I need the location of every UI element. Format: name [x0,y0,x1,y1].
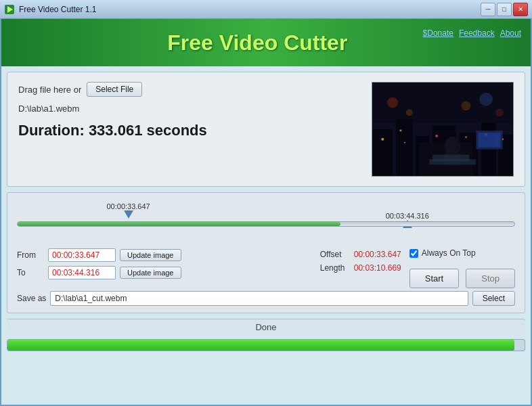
length-row: Length 00:03:10.669 [320,263,401,273]
svg-point-11 [381,138,384,141]
maximize-button[interactable]: □ [497,3,512,16]
always-on-top-row: Always On Top [409,248,515,258]
svg-point-16 [465,136,467,138]
drag-row: Drag file here or Select File [18,82,361,97]
start-button[interactable]: Start [409,269,459,288]
from-row: From Update image [17,248,312,262]
to-update-button[interactable]: Update image [120,267,181,279]
stop-button[interactable]: Stop [466,269,515,288]
header: Free Video Cutter $Donate Feedback About [1,19,531,66]
main-window: Free Video Cutter $Donate Feedback About… [0,19,532,406]
timeline-track[interactable] [17,221,515,227]
to-row: To Update image [17,266,312,279]
title-bar-text: Free Video Cutter 1.1 [19,5,481,14]
offset-col: Offset 00:00:33.647 Length 00:03:10.669 [320,248,401,288]
drag-label: Drag file here or [18,85,81,95]
always-on-top-label: Always On Top [422,248,476,258]
to-input[interactable] [48,266,116,279]
about-link[interactable]: About [500,28,521,38]
app-icon [4,4,15,15]
bottom-inner: 00:00:33.647 00:03:44.316 [17,200,515,306]
controls-row: From Update image To Update image Offset… [17,248,515,288]
length-value: 00:03:10.669 [354,263,401,273]
from-to-col: From Update image To Update image [17,248,312,288]
save-row: Save as Select [17,291,515,306]
svg-rect-4 [373,129,393,176]
minimize-button[interactable]: ─ [481,3,495,16]
svg-rect-23 [433,154,469,161]
progress-bar-fill [7,340,514,351]
top-section: Drag file here or Select File D:\lab\a1.… [7,72,525,187]
app-title: Free Video Cutter [92,30,423,55]
save-select-button[interactable]: Select [472,291,515,306]
close-button[interactable]: ✕ [513,3,528,16]
top-left: Drag file here or Select File D:\lab\a1.… [18,82,361,177]
start-marker[interactable]: 00:00:33.647 [106,202,150,219]
start-marker-label: 00:00:33.647 [106,202,150,210]
from-update-button[interactable]: Update image [120,249,181,261]
status-text: Done [255,322,276,332]
bottom-section: 00:00:33.647 00:03:44.316 [7,192,525,313]
title-bar-controls: ─ □ ✕ [481,3,528,16]
always-on-top-checkbox[interactable] [409,249,418,258]
svg-point-30 [462,102,471,111]
from-input[interactable] [48,248,116,262]
duration-text: Duration: 333.061 seconds [18,122,361,139]
svg-point-14 [435,135,438,137]
svg-point-28 [479,93,493,106]
end-marker-label: 00:03:44.316 [386,212,429,220]
offset-label: Offset [320,250,347,259]
svg-point-13 [404,142,405,143]
to-label: To [17,268,44,277]
timeline-wrapper: 00:00:33.647 00:03:44.316 [17,200,515,246]
progress-bar-container [7,339,525,351]
length-label: Length [320,263,347,273]
from-label: From [17,250,44,260]
offset-value: 00:00:33.647 [354,250,401,259]
save-label: Save as [17,294,46,303]
svg-point-27 [406,109,413,116]
svg-point-26 [387,97,398,108]
save-input[interactable] [50,291,468,306]
svg-rect-5 [396,119,413,176]
offset-row: Offset 00:00:33.647 [320,250,401,259]
file-path: D:\lab\a1.webm [18,104,361,114]
feedback-link[interactable]: Feedback [459,28,495,38]
start-marker-triangle [124,210,133,219]
svg-point-29 [495,108,504,116]
action-buttons: Start Stop [409,269,515,288]
video-thumbnail [372,82,514,177]
select-file-button[interactable]: Select File [87,82,142,97]
svg-rect-25 [478,133,501,148]
timeline-filled [18,222,340,226]
status-bar: Done [7,319,525,335]
donate-link[interactable]: $Donate [423,28,453,38]
action-col: Always On Top Start Stop [409,248,515,288]
header-links: $Donate Feedback About [423,26,521,38]
timeline-bar[interactable]: 00:00:33.647 00:03:44.316 [17,215,515,233]
svg-point-12 [399,129,401,131]
svg-point-20 [445,137,461,156]
title-bar: Free Video Cutter 1.1 ─ □ ✕ [0,0,532,19]
